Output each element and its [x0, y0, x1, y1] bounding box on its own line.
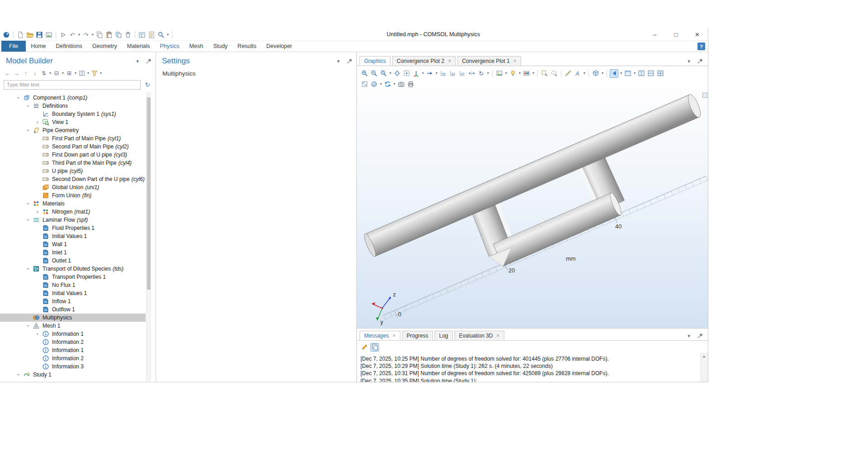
- zoom-in-icon[interactable]: [360, 69, 369, 77]
- transparency-icon[interactable]: [360, 80, 369, 88]
- zoom-select-icon[interactable]: [379, 69, 388, 77]
- pin-icon[interactable]: [696, 57, 704, 65]
- zoom-extents-icon[interactable]: [403, 69, 411, 77]
- sort-icon[interactable]: ⇅: [40, 69, 48, 77]
- panel-menu-icon[interactable]: ▾: [685, 332, 693, 340]
- file-menu-button[interactable]: File: [1, 41, 26, 52]
- table-icon[interactable]: [138, 31, 146, 39]
- chevron-expanded-icon[interactable]: ›: [23, 322, 33, 330]
- go-to-view-icon[interactable]: [426, 69, 434, 77]
- ribbon-tab-materials[interactable]: Materials: [122, 41, 155, 52]
- image-export-icon[interactable]: [495, 69, 503, 77]
- copy-icon[interactable]: [95, 31, 104, 39]
- tree-item-multiphysics[interactable]: Multiphysics: [0, 314, 146, 322]
- move-up-icon[interactable]: ↑: [22, 69, 30, 77]
- tree-item-wall-1[interactable]: Wall 1: [0, 240, 146, 248]
- maximize-button[interactable]: □: [665, 29, 687, 41]
- proj-xy-icon[interactable]: xy: [439, 69, 447, 77]
- tree-item-transport-of-diluted-species[interactable]: ›Transport of Diluted Species(tds): [0, 265, 146, 273]
- tree-item-first-part-of-main-pipe[interactable]: First Part of Main Pipe(cyl1): [0, 134, 146, 143]
- chevron-collapsed-icon[interactable]: ›: [33, 330, 42, 338]
- tree-item-information-1[interactable]: Information 1: [0, 346, 146, 354]
- refresh-filter-icon[interactable]: ↻: [143, 81, 152, 89]
- chevron-expanded-icon[interactable]: ›: [23, 200, 33, 208]
- duplicate-icon[interactable]: [114, 31, 123, 39]
- proj-zx-icon[interactable]: zx: [458, 69, 466, 77]
- messages-scrollbar[interactable]: ▲: [701, 353, 707, 381]
- ribbon-tab-results[interactable]: Results: [232, 41, 261, 52]
- dropdown-caret-icon[interactable]: ▾: [389, 71, 391, 76]
- report-icon[interactable]: [147, 31, 156, 39]
- dropdown-caret-icon[interactable]: ▾: [487, 71, 489, 76]
- graphics-tab-convergence-plot-2[interactable]: Convergence Plot 2×: [392, 56, 455, 66]
- dropdown-caret-icon[interactable]: ▾: [620, 71, 622, 76]
- play-icon[interactable]: [59, 31, 67, 39]
- tree-item-third-part-of-the-main-pipe[interactable]: Third Part of the Main Pipe(cyl4): [0, 159, 146, 167]
- filter-refresh-icon[interactable]: ↻: [143, 81, 152, 89]
- tree-item-component-1[interactable]: ›Component 1(comp1): [0, 94, 146, 102]
- tree-item-boundary-system-1[interactable]: Boundary System 1(sys1): [0, 110, 146, 118]
- redo-icon[interactable]: ↷: [82, 31, 90, 39]
- pin-icon[interactable]: [145, 57, 153, 65]
- tree-item-outflow-1[interactable]: Outflow 1: [0, 305, 146, 314]
- close-tab-icon[interactable]: ×: [497, 333, 500, 338]
- help-button[interactable]: ?: [697, 43, 705, 50]
- paste-icon[interactable]: [105, 31, 113, 39]
- dropdown-caret-icon[interactable]: ▾: [75, 71, 76, 76]
- ribbon-tab-definitions[interactable]: Definitions: [51, 41, 87, 52]
- tree-item-global-union[interactable]: Global Union(uni1): [0, 183, 146, 191]
- tree-item-mesh-1[interactable]: ›Mesh 1: [0, 322, 146, 330]
- window-grid-icon[interactable]: [656, 69, 664, 77]
- tree-item-information-2[interactable]: Information 2: [0, 354, 146, 362]
- window-split-icon[interactable]: [647, 69, 655, 77]
- minimize-button[interactable]: –: [644, 29, 665, 41]
- tree-item-view-1[interactable]: ›View 1: [0, 118, 146, 126]
- tree-scrollbar-thumb[interactable]: [147, 97, 151, 290]
- chevron-collapsed-icon[interactable]: ›: [33, 118, 42, 126]
- proj-yz-icon[interactable]: yz: [449, 69, 457, 77]
- dropdown-caret-icon[interactable]: ▾: [519, 71, 521, 76]
- messages-tab-log[interactable]: Log: [435, 331, 453, 341]
- dropdown-caret-icon[interactable]: ▾: [505, 71, 507, 76]
- snapshot-icon[interactable]: [397, 80, 405, 88]
- dropdown-caret-icon[interactable]: ▾: [380, 82, 382, 86]
- measure-icon[interactable]: [564, 69, 572, 77]
- rotate-camera-icon[interactable]: ↻: [477, 69, 485, 77]
- chevron-expanded-icon[interactable]: ›: [23, 102, 33, 110]
- messages-tab-progress[interactable]: Progress: [402, 331, 433, 341]
- flip-view-icon[interactable]: [468, 69, 476, 77]
- forward-icon[interactable]: →: [13, 69, 21, 77]
- tree-item-information-1[interactable]: ›Information 1: [0, 330, 146, 338]
- dropdown-caret-icon[interactable]: ▾: [602, 71, 603, 76]
- view-axis-icon[interactable]: [412, 69, 420, 77]
- dropdown-caret-icon[interactable]: ▾: [436, 71, 437, 76]
- ribbon-tab-physics[interactable]: Physics: [155, 41, 184, 52]
- copy-log-icon[interactable]: [371, 343, 379, 351]
- dropdown-caret-icon[interactable]: ▾: [62, 71, 64, 76]
- dropdown-caret-icon[interactable]: ▾: [532, 71, 534, 76]
- filter-icon[interactable]: [90, 69, 99, 77]
- ribbon-tab-mesh[interactable]: Mesh: [185, 41, 209, 52]
- graphics-tab-graphics[interactable]: Graphics: [360, 56, 390, 66]
- tree-item-second-down-part-of-the-u-pipe[interactable]: Second Down Part of the U pipe(cyl6): [0, 175, 146, 183]
- ribbon-tab-home[interactable]: Home: [26, 41, 51, 52]
- tree-item-initial-values-1[interactable]: Initial Values 1: [0, 289, 146, 297]
- dropdown-caret-icon[interactable]: ▾: [100, 71, 102, 76]
- back-icon[interactable]: ←: [4, 69, 12, 77]
- chevron-expanded-icon[interactable]: ›: [23, 265, 33, 273]
- tree-item-pipe-geometry[interactable]: ›Pipe Geometry: [0, 126, 146, 134]
- magnify-icon[interactable]: [157, 31, 165, 39]
- move-down-icon[interactable]: ↓: [31, 69, 39, 77]
- go-to-default-view-icon[interactable]: [393, 69, 401, 77]
- scene-light-icon[interactable]: [509, 69, 517, 77]
- tree-filter-input[interactable]: [4, 80, 141, 90]
- update-scene-icon[interactable]: [384, 80, 392, 88]
- ribbon-tab-geometry[interactable]: Geometry: [87, 41, 122, 52]
- panel-menu-icon[interactable]: ▾: [133, 57, 142, 65]
- tree-item-fluid-properties-1[interactable]: Fluid Properties 1: [0, 224, 146, 232]
- tree-item-inlet-1[interactable]: Inlet 1: [0, 248, 146, 257]
- pin-icon[interactable]: [696, 332, 704, 340]
- view-cube-icon[interactable]: [592, 69, 600, 77]
- messages-tab-messages[interactable]: Messages×: [360, 331, 400, 341]
- tree-item-second-part-of-main-pipe[interactable]: Second Part of Main Pipe(cyl2): [0, 143, 146, 151]
